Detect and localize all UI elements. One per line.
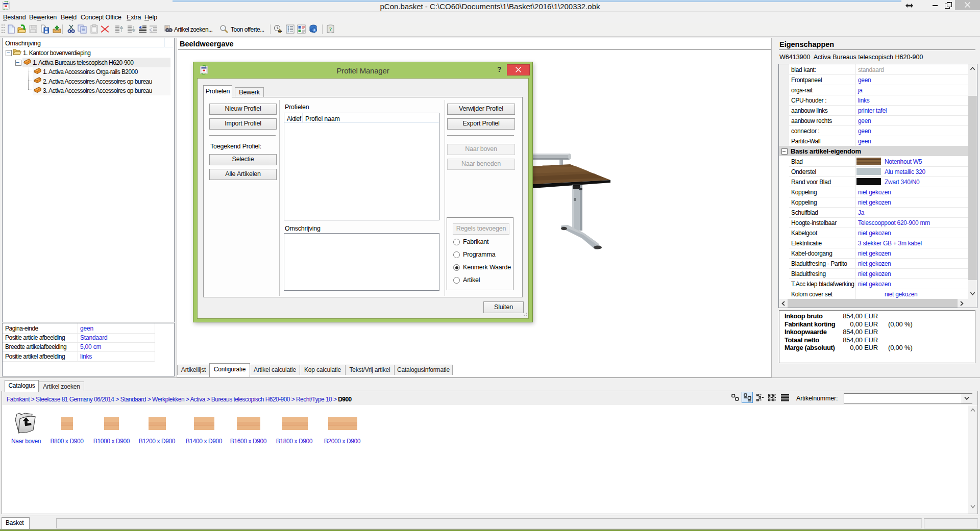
svg-text:?: ?: [329, 26, 332, 32]
